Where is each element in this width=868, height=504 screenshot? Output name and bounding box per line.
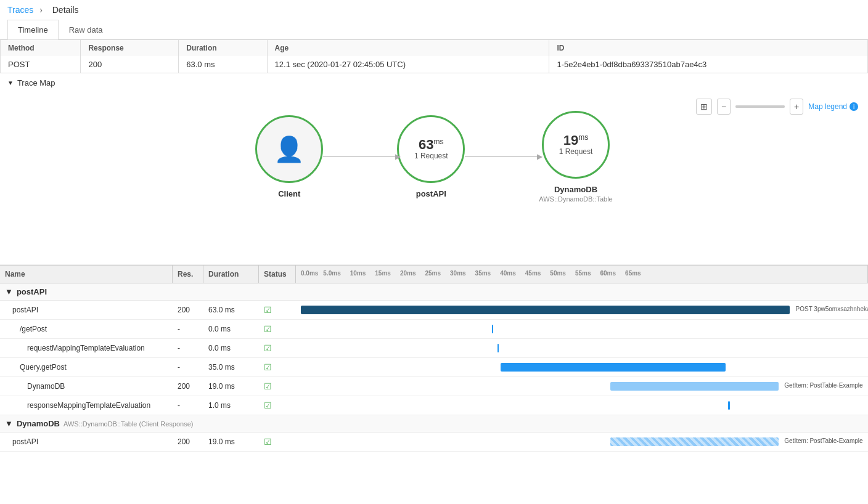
postapi-label: postAPI	[416, 189, 446, 198]
zoom-out-button[interactable]: −	[717, 99, 731, 115]
trace-map-container: ⊞ − + Map legend i 👤 Client 63ms 1 Reque…	[0, 92, 868, 265]
trace-map-section-header[interactable]: ▼ Trace Map	[0, 73, 868, 92]
group-dynamodb-header: ▼ DynamoDB AWS::DynamoDB::Table (Client …	[0, 415, 868, 432]
table-row[interactable]: responseMappingTemplateEvaluation - 1.0 …	[0, 396, 868, 415]
time-ruler: 0.0ms 5.0ms 10ms 15ms 20ms 25ms 30ms 35m…	[301, 270, 862, 277]
method-value: POST	[1, 56, 81, 73]
tick-0: 0.0ms	[301, 270, 318, 277]
row-postapi-status: ☑	[259, 302, 296, 318]
col-response-header: Res.	[173, 266, 203, 283]
tick-3: 15ms	[375, 270, 391, 277]
node-postapi[interactable]: 63ms 1 Request postAPI	[397, 115, 465, 198]
zoom-slider[interactable]	[735, 105, 785, 108]
dynamodb-requests: 1 Request	[559, 147, 593, 156]
tick-2: 10ms	[350, 270, 366, 277]
row-rmte-status: ☑	[259, 340, 296, 356]
tab-rawdata[interactable]: Raw data	[59, 20, 113, 39]
response-header: Response	[81, 40, 179, 57]
row-dynamo-postapi-status: ☑	[259, 434, 296, 450]
table-row[interactable]: postAPI 200 19.0 ms ☑ GetItem: PostTable…	[0, 433, 868, 452]
row-postapi-response: 200	[173, 303, 203, 317]
breadcrumb-traces-link[interactable]: Traces	[7, 5, 33, 15]
row-querygetpost-name: Query.getPost	[0, 360, 173, 375]
row-postapi-bar-cell: POST 3pw5omxsazhnhekwh7c4eesb7u.appsync-…	[296, 301, 868, 319]
bar-respmap-fill	[728, 401, 730, 410]
zoom-in-button[interactable]: +	[790, 99, 803, 115]
tick-11: 55ms	[575, 270, 591, 277]
row-getpost-duration: 0.0 ms	[203, 322, 259, 336]
node-dynamodb[interactable]: 19ms 1 Request DynamoDB AWS::DynamoDB::T…	[539, 111, 612, 203]
dynamodb-label: DynamoDB	[554, 185, 597, 194]
row-rmte-response: -	[173, 341, 203, 356]
dynamodb-circle: 19ms 1 Request	[542, 111, 610, 179]
duration-value: 63.0 ms	[179, 56, 267, 73]
group-dynamodb-chevron: ▼	[5, 419, 13, 428]
postapi-requests: 1 Request	[414, 152, 448, 160]
status-ok-icon-3: ☑	[264, 343, 272, 353]
tick-4: 20ms	[400, 270, 416, 277]
status-ok-icon: ☑	[264, 305, 272, 315]
bar-postapi-fill	[301, 306, 790, 314]
table-row[interactable]: DynamoDB 200 19.0 ms ☑ GetItem: PostTabl…	[0, 377, 868, 396]
bar-postapi-label: POST 3pw5omxsazhnhekwh7c4eesb7u.appsync-…	[796, 306, 868, 312]
tick-6: 30ms	[450, 270, 466, 277]
age-header: Age	[267, 40, 549, 57]
tabs-bar: Timeline Raw data	[0, 20, 868, 39]
row-dynamo-postapi-duration: 19.0 ms	[203, 434, 259, 449]
trace-map-chevron: ▼	[7, 79, 14, 86]
table-row[interactable]: /getPost - 0.0 ms ☑	[0, 320, 868, 339]
tick-13: 65ms	[625, 270, 641, 277]
row-respmap-name: responseMappingTemplateEvaluation	[0, 398, 173, 413]
table-row[interactable]: requestMappingTemplateEvaluation - 0.0 m…	[0, 339, 868, 358]
bar-dynamo-postapi-fill	[610, 437, 779, 446]
col-status-header: Status	[259, 266, 296, 283]
trace-map-toolbar: ⊞ − + Map legend i	[696, 99, 858, 115]
row-dynamodb-response: 200	[173, 379, 203, 394]
col-time-header: 0.0ms 5.0ms 10ms 15ms 20ms 25ms 30ms 35m…	[296, 266, 868, 283]
bar-querygetpost-fill	[501, 363, 726, 372]
group-postapi-label: postAPI	[17, 287, 47, 296]
col-name-header: Name	[0, 266, 173, 283]
table-row[interactable]: postAPI 200 63.0 ms ☑ POST 3pw5omxsazhnh…	[0, 301, 868, 320]
postapi-circle: 63ms 1 Request	[397, 115, 465, 183]
tick-1: 5.0ms	[323, 270, 340, 277]
group-postapi: ▼ postAPI	[0, 283, 868, 301]
row-postapi-name: postAPI	[0, 303, 173, 317]
dynamodb-ms: 19ms	[563, 134, 588, 147]
method-header: Method	[1, 40, 81, 57]
metadata-table: Method Response Duration Age ID POST 200…	[0, 39, 868, 73]
row-dynamo-postapi-bar-cell: GetItem: PostTable-Example	[296, 433, 868, 451]
id-header: ID	[549, 40, 868, 57]
arrow-postapi-dynamodb	[465, 156, 539, 157]
row-dynamodb-duration: 19.0 ms	[203, 379, 259, 394]
bar-respmap	[301, 399, 863, 412]
row-querygetpost-status: ☑	[259, 359, 296, 375]
row-rmte-bar-cell	[296, 339, 868, 357]
node-client[interactable]: 👤 Client	[255, 115, 323, 198]
bar-dynamodb: GetItem: PostTable-Example	[301, 380, 863, 392]
tick-12: 60ms	[600, 270, 616, 277]
col-duration-header: Duration	[203, 266, 259, 283]
bar-dynamodb-fill	[610, 382, 779, 391]
breadcrumb-current: Details	[52, 5, 79, 15]
bar-rmte-fill	[497, 344, 499, 352]
info-icon: i	[850, 102, 858, 111]
bar-dynamo-postapi: GetItem: PostTable-Example	[301, 436, 863, 448]
row-dynamodb-status: ☑	[259, 378, 296, 394]
arrow-line-2	[465, 156, 539, 157]
bar-rmte	[301, 342, 863, 354]
tick-8: 40ms	[500, 270, 516, 277]
tab-timeline[interactable]: Timeline	[7, 20, 59, 39]
timeline-header: Name Res. Duration Status 0.0ms 5.0ms 10…	[0, 265, 868, 283]
row-querygetpost-duration: 35.0 ms	[203, 360, 259, 375]
breadcrumb-separator: ›	[39, 5, 43, 15]
client-label: Client	[278, 189, 300, 198]
bar-getpost	[301, 323, 863, 335]
status-ok-icon-7: ☑	[264, 437, 272, 447]
response-value: 200	[81, 56, 179, 73]
expand-icon[interactable]: ⊞	[696, 99, 712, 115]
tick-9: 45ms	[525, 270, 541, 277]
table-row[interactable]: Query.getPost - 35.0 ms ☑	[0, 358, 868, 377]
row-querygetpost-bar-cell	[296, 358, 868, 376]
map-legend-button[interactable]: Map legend i	[808, 102, 858, 111]
